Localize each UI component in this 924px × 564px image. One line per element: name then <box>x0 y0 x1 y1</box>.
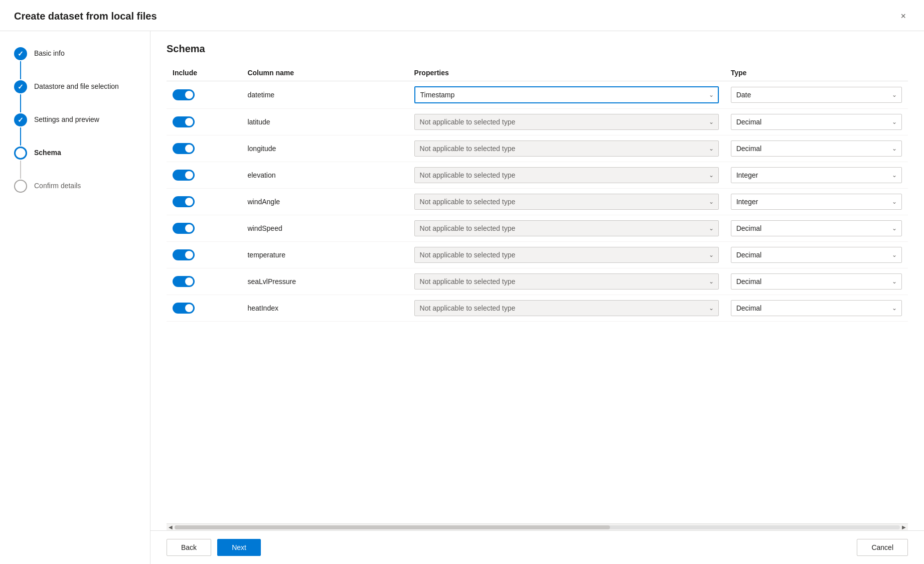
table-row: windSpeedTimestampNot applicable to sele… <box>167 215 908 242</box>
step-connector-1: ✓ <box>14 47 27 80</box>
prop-wrapper-temperature: TimestampNot applicable to selected type… <box>414 247 719 263</box>
prop-cell-seaLvlPressure: TimestampNot applicable to selected type… <box>408 268 725 295</box>
type-wrapper-windAngle: DateDecimalIntegerStringBoolean⌄ <box>731 194 902 210</box>
type-cell-latitude: DateDecimalIntegerStringBoolean⌄ <box>725 109 908 135</box>
type-select-heatIndex[interactable]: DateDecimalIntegerStringBoolean <box>731 300 902 316</box>
toggle-track-seaLvlPressure <box>173 276 195 287</box>
scroll-thumb[interactable] <box>175 525 610 529</box>
toggle-cell-longitude <box>167 135 241 162</box>
prop-wrapper-longitude: TimestampNot applicable to selected type… <box>414 140 719 157</box>
step-label-datastore: Datastore and file selection <box>34 80 119 90</box>
toggle-latitude[interactable] <box>173 116 195 127</box>
close-button[interactable]: × <box>896 9 910 24</box>
toggle-elevation[interactable] <box>173 170 195 181</box>
prop-select-elevation[interactable]: TimestampNot applicable to selected type <box>414 167 719 183</box>
type-select-elevation[interactable]: DateDecimalIntegerStringBoolean <box>731 167 902 183</box>
toggle-cell-heatIndex <box>167 295 241 322</box>
toggle-cell-temperature <box>167 242 241 268</box>
type-cell-heatIndex: DateDecimalIntegerStringBoolean⌄ <box>725 295 908 322</box>
toggle-seaLvlPressure[interactable] <box>173 276 195 287</box>
col-name-elevation: elevation <box>241 162 408 189</box>
prop-select-temperature[interactable]: TimestampNot applicable to selected type <box>414 247 719 263</box>
col-name-temperature: temperature <box>241 242 408 268</box>
table-row: latitudeTimestampNot applicable to selec… <box>167 109 908 135</box>
col-name-heatIndex: heatIndex <box>241 295 408 322</box>
toggle-temperature[interactable] <box>173 249 195 260</box>
sidebar-item-settings[interactable]: ✓ Settings and preview <box>14 113 136 147</box>
prop-select-heatIndex[interactable]: TimestampNot applicable to selected type <box>414 300 719 316</box>
type-select-windSpeed[interactable]: DateDecimalIntegerStringBoolean <box>731 220 902 236</box>
table-row: heatIndexTimestampNot applicable to sele… <box>167 295 908 322</box>
toggle-track-latitude <box>173 116 195 127</box>
type-wrapper-latitude: DateDecimalIntegerStringBoolean⌄ <box>731 114 902 130</box>
type-select-seaLvlPressure[interactable]: DateDecimalIntegerStringBoolean <box>731 273 902 290</box>
horizontal-scrollbar[interactable]: ◀ ▶ <box>167 523 908 530</box>
step-label-confirm: Confirm details <box>34 180 81 190</box>
sidebar-item-confirm[interactable]: Confirm details <box>14 180 136 193</box>
sidebar-item-schema[interactable]: Schema <box>14 147 136 180</box>
toggle-cell-seaLvlPressure <box>167 268 241 295</box>
step-line-4 <box>20 161 21 179</box>
scroll-track[interactable] <box>175 525 900 529</box>
cancel-button[interactable]: Cancel <box>857 539 908 556</box>
schema-table-header: Include Column name Properties Type <box>167 65 908 81</box>
type-select-datetime[interactable]: DateDecimalIntegerStringBoolean <box>731 87 902 103</box>
step-icon-basic-info: ✓ <box>14 47 27 60</box>
prop-select-windSpeed[interactable]: TimestampNot applicable to selected type <box>414 220 719 236</box>
checkmark-icon-3: ✓ <box>18 116 24 124</box>
dialog-body: ✓ Basic info ✓ Datastore and file select… <box>0 31 924 564</box>
type-wrapper-temperature: DateDecimalIntegerStringBoolean⌄ <box>731 247 902 263</box>
step-label-settings: Settings and preview <box>34 113 99 123</box>
toggle-track-windSpeed <box>173 223 195 234</box>
prop-select-longitude[interactable]: TimestampNot applicable to selected type <box>414 140 719 157</box>
table-row: longitudeTimestampNot applicable to sele… <box>167 135 908 162</box>
toggle-track-heatIndex <box>173 303 195 314</box>
sidebar-item-datastore[interactable]: ✓ Datastore and file selection <box>14 80 136 113</box>
back-button[interactable]: Back <box>167 539 211 556</box>
prop-select-seaLvlPressure[interactable]: TimestampNot applicable to selected type <box>414 273 719 290</box>
dialog-title: Create dataset from local files <box>14 11 157 22</box>
type-select-latitude[interactable]: DateDecimalIntegerStringBoolean <box>731 114 902 130</box>
toggle-windAngle[interactable] <box>173 196 195 207</box>
step-connector-4 <box>14 147 27 180</box>
type-wrapper-longitude: DateDecimalIntegerStringBoolean⌄ <box>731 140 902 157</box>
step-line-3 <box>20 127 21 146</box>
toggle-thumb-latitude <box>185 118 193 126</box>
prop-cell-latitude: TimestampNot applicable to selected type… <box>408 109 725 135</box>
type-select-longitude[interactable]: DateDecimalIntegerStringBoolean <box>731 140 902 157</box>
prop-select-windAngle[interactable]: TimestampNot applicable to selected type <box>414 194 719 210</box>
prop-cell-heatIndex: TimestampNot applicable to selected type… <box>408 295 725 322</box>
sidebar-item-basic-info[interactable]: ✓ Basic info <box>14 47 136 80</box>
toggle-windSpeed[interactable] <box>173 223 195 234</box>
col-name-latitude: latitude <box>241 109 408 135</box>
toggle-thumb-windAngle <box>185 198 193 206</box>
toggle-thumb-longitude <box>185 145 193 153</box>
next-button[interactable]: Next <box>217 539 261 556</box>
prop-cell-windAngle: TimestampNot applicable to selected type… <box>408 189 725 215</box>
col-name-windAngle: windAngle <box>241 189 408 215</box>
prop-select-datetime[interactable]: TimestampNot applicable to selected type <box>414 86 719 103</box>
schema-area: Schema Include Column name Properties Ty… <box>150 31 924 530</box>
toggle-cell-latitude <box>167 109 241 135</box>
type-wrapper-elevation: DateDecimalIntegerStringBoolean⌄ <box>731 167 902 183</box>
scroll-left-arrow[interactable]: ◀ <box>169 524 173 530</box>
toggle-cell-datetime <box>167 81 241 109</box>
prop-select-latitude[interactable]: TimestampNot applicable to selected type <box>414 114 719 130</box>
dialog-footer: Back Next Cancel <box>150 530 924 564</box>
col-name-datetime: datetime <box>241 81 408 109</box>
col-header-type: Type <box>725 65 908 81</box>
toggle-longitude[interactable] <box>173 143 195 154</box>
prop-wrapper-windAngle: TimestampNot applicable to selected type… <box>414 194 719 210</box>
scroll-right-arrow[interactable]: ▶ <box>902 524 906 530</box>
type-select-temperature[interactable]: DateDecimalIntegerStringBoolean <box>731 247 902 263</box>
type-cell-longitude: DateDecimalIntegerStringBoolean⌄ <box>725 135 908 162</box>
type-select-windAngle[interactable]: DateDecimalIntegerStringBoolean <box>731 194 902 210</box>
toggle-track-longitude <box>173 143 195 154</box>
schema-table-container[interactable]: Include Column name Properties Type date… <box>167 65 908 523</box>
step-connector-3: ✓ <box>14 113 27 147</box>
toggle-heatIndex[interactable] <box>173 303 195 314</box>
toggle-datetime[interactable] <box>173 89 195 100</box>
checkmark-icon: ✓ <box>18 50 24 58</box>
prop-wrapper-seaLvlPressure: TimestampNot applicable to selected type… <box>414 273 719 290</box>
sidebar: ✓ Basic info ✓ Datastore and file select… <box>0 31 150 564</box>
